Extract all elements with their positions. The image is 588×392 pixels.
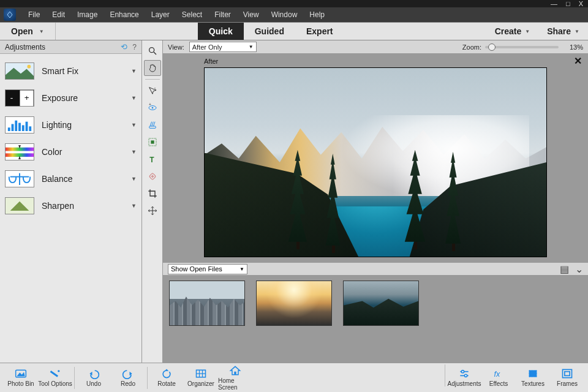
eye-tool[interactable]: + xyxy=(144,100,161,116)
open-button[interactable]: Open ▼ xyxy=(0,23,56,40)
mode-bar: Open ▼ Quick Guided Expert Create ▼ Shar… xyxy=(0,22,588,40)
zoom-slider[interactable] xyxy=(485,46,559,48)
adjustments-header: Adjustments ⟲ ? xyxy=(0,40,141,54)
chevron-down-icon: ▼ xyxy=(239,266,244,272)
svg-point-28 xyxy=(151,107,153,109)
bin-menu-icon[interactable]: ▤ xyxy=(560,263,569,275)
adj-smart-fix[interactable]: Smart Fix▼ xyxy=(0,58,141,85)
svg-point-42 xyxy=(58,370,59,372)
bin-collapse-icon[interactable]: ⌄ xyxy=(575,263,583,275)
textures-button[interactable]: Textures xyxy=(516,364,550,391)
tool-options-button[interactable]: Tool Options xyxy=(38,364,72,391)
adj-label: Lighting xyxy=(42,120,72,130)
mode-tabs: Quick Guided Expert xyxy=(198,23,344,40)
frames-button[interactable]: Frames xyxy=(550,364,584,391)
svg-point-23 xyxy=(149,48,154,53)
redo-button[interactable]: Redo xyxy=(111,364,145,391)
reset-icon[interactable]: ⟲ xyxy=(118,42,130,51)
share-button[interactable]: Share ▼ xyxy=(538,23,588,40)
svg-rect-58 xyxy=(529,370,537,377)
type-tool[interactable]: T xyxy=(144,151,161,167)
menu-help[interactable]: Help xyxy=(304,9,330,21)
bin-thumb-1[interactable] xyxy=(169,281,245,326)
menu-layer[interactable]: Layer xyxy=(146,9,175,21)
help-icon[interactable]: ? xyxy=(130,43,137,51)
svg-marker-46 xyxy=(165,369,169,371)
zoom-label: Zoom: xyxy=(462,43,481,51)
svg-text:-: - xyxy=(10,93,13,102)
adj-color[interactable]: Color▼ xyxy=(0,138,141,165)
menu-window[interactable]: Window xyxy=(266,9,303,21)
menu-file[interactable]: File xyxy=(23,9,45,21)
adjustments-title: Adjustments xyxy=(5,43,45,51)
view-bar: View: After Only ▼ Zoom: 13% xyxy=(163,40,588,54)
svg-rect-10 xyxy=(15,120,17,130)
zoom-tool[interactable] xyxy=(144,43,161,59)
effects-button[interactable]: fxEffects xyxy=(481,364,516,391)
rotate-button[interactable]: Rotate xyxy=(149,364,184,391)
chevron-down-icon: ▼ xyxy=(575,29,579,34)
canvas-image[interactable]: After xyxy=(204,67,547,257)
svg-rect-35 xyxy=(151,140,154,143)
photo-bin-bar: Show Open Files ▼ ▤ ⌄ xyxy=(163,262,588,276)
menu-edit[interactable]: Edit xyxy=(47,9,70,21)
exposure-icon: -+ xyxy=(5,89,34,107)
svg-text:+: + xyxy=(24,93,29,102)
home-screen-button[interactable]: Home Screen xyxy=(218,364,252,391)
menu-select[interactable]: Select xyxy=(177,9,207,21)
svg-rect-11 xyxy=(18,123,21,130)
adj-sharpen[interactable]: Sharpen▼ xyxy=(0,192,141,219)
create-button[interactable]: Create ▼ xyxy=(486,23,539,40)
btn-label: Frames xyxy=(557,380,578,387)
color-icon xyxy=(5,143,34,160)
chevron-down-icon: ▼ xyxy=(131,203,137,209)
quick-select-tool[interactable] xyxy=(144,83,161,99)
menu-view[interactable]: View xyxy=(238,9,264,21)
adjustments-button[interactable]: Adjustments xyxy=(447,364,481,391)
chevron-down-icon: ▼ xyxy=(131,68,137,74)
tool-strip: + T xyxy=(142,40,163,363)
organizer-button[interactable]: Organizer xyxy=(184,364,218,391)
svg-text:fx: fx xyxy=(494,370,500,379)
close-window-button[interactable]: X xyxy=(579,0,583,7)
btn-label: Organizer xyxy=(187,380,214,387)
adj-label: Color xyxy=(42,147,62,157)
view-select[interactable]: After Only ▼ xyxy=(189,42,257,52)
tab-guided[interactable]: Guided xyxy=(244,23,295,40)
undo-button[interactable]: Undo xyxy=(77,364,111,391)
open-label: Open xyxy=(11,26,33,36)
menu-filter[interactable]: Filter xyxy=(209,9,236,21)
tab-expert[interactable]: Expert xyxy=(295,23,344,40)
canvas-area: View: After Only ▼ Zoom: 13% ✕ After xyxy=(163,40,588,363)
photo-bin-button[interactable]: Photo Bin xyxy=(4,364,38,391)
menu-image[interactable]: Image xyxy=(72,9,102,21)
bin-thumb-2[interactable] xyxy=(256,281,332,326)
close-document-button[interactable]: ✕ xyxy=(574,55,582,67)
share-label: Share xyxy=(547,26,571,36)
svg-rect-61 xyxy=(565,372,570,376)
bin-thumb-3[interactable] xyxy=(343,281,419,326)
tab-quick[interactable]: Quick xyxy=(198,23,244,40)
svg-rect-8 xyxy=(8,127,10,131)
move-tool[interactable] xyxy=(144,203,161,219)
btn-label: Adjustments xyxy=(447,380,481,387)
canvas-label: After xyxy=(204,58,218,65)
svg-text:T: T xyxy=(149,156,154,164)
maximize-button[interactable]: □ xyxy=(566,0,570,7)
spot-heal-tool[interactable] xyxy=(144,168,161,184)
hand-tool[interactable] xyxy=(144,60,161,76)
adj-lighting[interactable]: Lighting▼ xyxy=(0,111,141,138)
lighting-icon xyxy=(5,116,34,134)
whiten-tool[interactable] xyxy=(144,117,161,133)
adj-balance[interactable]: Balance▼ xyxy=(0,165,141,192)
smart-fix-icon xyxy=(5,62,34,80)
zoom-slider-knob[interactable] xyxy=(488,43,496,51)
menu-enhance[interactable]: Enhance xyxy=(105,9,143,21)
svg-rect-12 xyxy=(22,125,24,131)
redeye-tool[interactable] xyxy=(144,134,161,150)
adj-exposure[interactable]: -+ Exposure▼ xyxy=(0,85,141,111)
btn-label: Textures xyxy=(521,380,545,387)
minimize-button[interactable]: — xyxy=(551,0,557,7)
bin-select[interactable]: Show Open Files ▼ xyxy=(168,264,247,274)
crop-tool[interactable] xyxy=(144,186,161,202)
